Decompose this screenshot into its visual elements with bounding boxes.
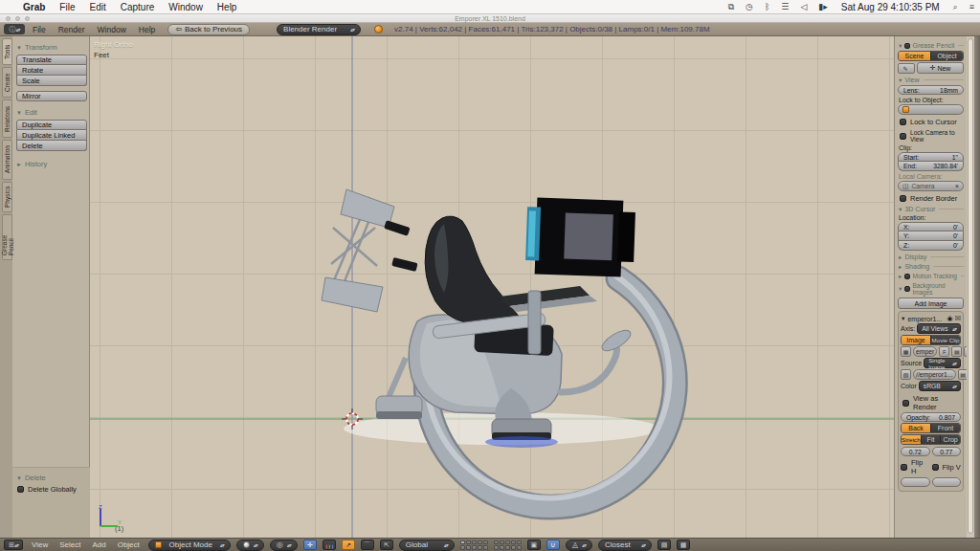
object-tab[interactable]: Object (931, 52, 963, 60)
tab-create[interactable]: Create (2, 67, 12, 98)
volume-icon[interactable]: ◁ (800, 2, 807, 11)
fake-user-button[interactable]: F (939, 346, 949, 357)
clear-icon[interactable]: × (955, 183, 959, 189)
rotate-button[interactable]: Rotate (16, 65, 87, 76)
object-menu[interactable]: Object (118, 540, 140, 549)
color-space-dropdown[interactable]: sRGB▴▾ (919, 381, 961, 391)
back-to-previous-button[interactable]: ⇦ Back to Previous (167, 24, 250, 35)
blender-menu-help[interactable]: Help (139, 25, 155, 34)
menu-window[interactable]: Window (168, 2, 203, 12)
add-image-button[interactable]: Add Image (898, 298, 964, 309)
zoom-window-button[interactable] (25, 16, 30, 21)
front-tab[interactable]: Front (931, 424, 960, 432)
viewport-3d[interactable] (90, 36, 895, 538)
cursor-z-slider[interactable]: Z:0' (898, 241, 964, 251)
display-panel-header[interactable]: ► Display (898, 253, 964, 260)
layers-grid-left[interactable] (460, 540, 488, 550)
notification-center-icon[interactable]: ≡ (969, 2, 974, 11)
flip-h-checkbox[interactable]: Flip H (901, 458, 930, 475)
cursor-x-slider[interactable]: X:0' (898, 222, 964, 231)
motion-tracking-panel-header[interactable]: ► Motion Tracking (898, 273, 964, 279)
tab-grease-pencil[interactable]: Grease Pencil (2, 214, 12, 260)
movie-clip-tab[interactable]: Movie Clip (931, 336, 960, 344)
tab-relations[interactable]: Relations (2, 99, 12, 138)
delete-globally-checkbox[interactable]: Delete Globally (17, 485, 87, 494)
stretch-tab[interactable]: Stretch (902, 435, 922, 444)
blender-menu-file[interactable]: File (33, 25, 46, 34)
spotlight-icon[interactable]: ⌕ (953, 2, 958, 12)
offset-x-slider[interactable]: 0.72 (901, 447, 930, 456)
mirror-button[interactable]: Mirror (16, 91, 87, 101)
tab-physics[interactable]: Physics (2, 182, 12, 212)
pivot-point-dropdown[interactable]: ◎▴▾ (270, 540, 298, 551)
bg-image-header[interactable]: ▼ emperor1... ◉ ☒ (901, 315, 961, 322)
translate-manipulator-button[interactable]: ↗ (342, 540, 355, 550)
transform-orientation-dropdown[interactable]: Global▴▾ (399, 540, 455, 551)
editor-type-info-icon[interactable]: ⓘ▴▾ (4, 24, 25, 34)
manipulator-axes-icon[interactable]: ╻╻╻ (323, 540, 336, 550)
new-grease-pencil-button[interactable]: ✛ New (917, 62, 964, 74)
cursor-y-slider[interactable]: Y:0' (898, 231, 964, 241)
snap-target-dropdown[interactable]: Closest▴▾ (598, 540, 652, 551)
manipulator-toggle-button[interactable]: ✛ (303, 540, 317, 550)
viewport-shading-dropdown[interactable]: ▴▾ (236, 540, 264, 551)
source-dropdown[interactable]: Single Image▴▾ (924, 358, 961, 368)
menubar-clock[interactable]: Sat Aug 29 4:10:35 PM (841, 2, 940, 12)
background-images-checkbox[interactable] (904, 286, 910, 292)
clip-start-slider[interactable]: Start: 1" (898, 152, 964, 162)
remove-image-icon[interactable]: ☒ (955, 315, 961, 322)
render-engine-dropdown[interactable]: Blender Render▴▾ (277, 24, 361, 35)
lock-to-scene-icon[interactable]: ▣ (527, 540, 541, 550)
grease-pencil-panel-header[interactable]: ▼ Grease Pencil (898, 42, 964, 49)
3d-cursor-panel-header[interactable]: ▼ 3D Cursor (898, 206, 964, 212)
lock-camera-to-view-checkbox[interactable]: Lock Camera to View (900, 129, 964, 143)
view-panel-header[interactable]: ▼ View (898, 77, 964, 83)
scale-button[interactable]: Scale (16, 76, 87, 86)
view-as-render-checkbox[interactable]: View as Render (902, 394, 961, 411)
battery-icon[interactable]: ▮▸ (818, 2, 827, 11)
select-menu[interactable]: Select (59, 540, 80, 549)
editor-type-button[interactable]: ⊞▴▾ (4, 540, 23, 550)
scene-tab[interactable]: Scene (899, 52, 931, 60)
eye-icon[interactable]: ◉ (947, 315, 953, 322)
tab-animation[interactable]: Animation (2, 140, 12, 180)
image-datablock-field[interactable]: emper (913, 346, 937, 357)
mode-dropdown[interactable]: Object Mode ▴▾ (148, 540, 231, 551)
background-images-panel-header[interactable]: ▼ Background Images (898, 282, 964, 296)
delete-button[interactable]: Delete (16, 141, 87, 151)
tab-tools[interactable]: Tools (2, 38, 12, 65)
add-menu[interactable]: Add (92, 540, 105, 549)
layers-grid-right[interactable] (494, 540, 522, 550)
snap-magnet-button[interactable]: ∪ (546, 540, 560, 550)
lens-slider[interactable]: Lens: 18mm (898, 85, 964, 95)
render-border-checkbox[interactable]: Render Border (900, 194, 964, 203)
shading-panel-header[interactable]: ► Shading (898, 263, 964, 270)
blender-menu-render[interactable]: Render (58, 25, 85, 34)
menu-capture[interactable]: Capture (121, 2, 155, 12)
airplay-icon[interactable]: ⧉ (728, 2, 734, 12)
snap-element-dropdown[interactable]: ◬▴▾ (566, 540, 592, 551)
image-file-icon[interactable]: ▧ (901, 369, 911, 380)
local-camera-field[interactable]: ◫ Camera × (898, 181, 964, 191)
file-path-field[interactable]: //emperor1... (913, 369, 956, 380)
view-menu[interactable]: View (32, 540, 48, 549)
menu-grab[interactable]: Grab (23, 2, 45, 12)
minimize-window-button[interactable] (15, 16, 20, 21)
opacity-slider[interactable]: Opacity: 0.807 (901, 412, 961, 422)
translate-button[interactable]: Translate (16, 55, 87, 65)
browse-file-icon[interactable]: ▤ (958, 369, 967, 380)
flip-v-checkbox[interactable]: Flip V (932, 463, 962, 472)
scale-manipulator-button[interactable]: ⇱ (380, 540, 393, 550)
fit-tab[interactable]: Fit (922, 435, 942, 444)
duplicate-button[interactable]: Duplicate (16, 120, 87, 130)
menu-help[interactable]: Help (217, 2, 237, 12)
axis-dropdown[interactable]: All Views▴▾ (917, 323, 961, 334)
menu-edit[interactable]: Edit (89, 2, 105, 12)
image-browse-icon[interactable]: ▦ (901, 346, 911, 357)
render-still-button[interactable]: ▤ (657, 540, 671, 550)
lock-to-object-field[interactable] (898, 104, 964, 115)
blender-menu-window[interactable]: Window (98, 25, 126, 34)
motion-tracking-checkbox[interactable] (904, 274, 910, 279)
menu-file[interactable]: File (59, 2, 75, 12)
n-panel-scrollbar[interactable] (967, 36, 974, 538)
